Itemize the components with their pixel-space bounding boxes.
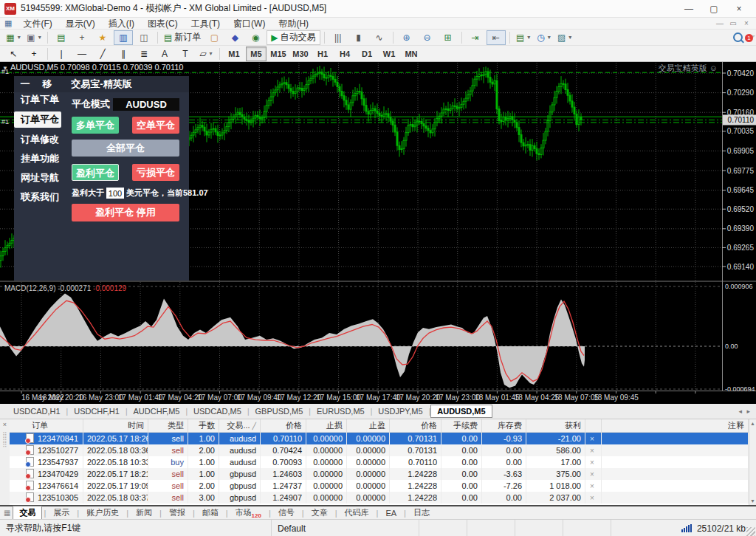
column-header[interactable]: 类型 [148, 419, 188, 432]
chart-shift-button[interactable]: ⇤ [487, 30, 506, 45]
order-row[interactable]: 1234708412022.05.17 18:26:48sell1.00audu… [10, 433, 749, 444]
shapes-button[interactable]: ▱▾ [196, 47, 216, 61]
menu-window[interactable]: 窗口(W) [227, 18, 272, 30]
terminal-toggle-button[interactable]: ▥ [114, 30, 133, 45]
panel-menu-close-order[interactable]: 订单平仓 [14, 111, 61, 128]
timeframe-h4-button[interactable]: H4 [334, 47, 355, 61]
close-long-button[interactable]: 多单平仓 [72, 117, 119, 134]
vertical-line-button[interactable]: | [52, 47, 71, 61]
trade-assistant-panel[interactable]: 交易宝-精英版 一 移 订单下单 订单平仓 订单修改 挂单功能 网址导航 联系我… [14, 76, 189, 281]
close-mode-symbol-field[interactable]: AUDUSD [113, 98, 179, 111]
chart-area[interactable]: 0.704200.702900.701600.700350.699050.697… [0, 62, 756, 404]
new-chart-button[interactable]: ▦▾ [4, 30, 23, 45]
timeframe-m30-button[interactable]: M30 [290, 47, 311, 61]
timeframe-mn-button[interactable]: MN [401, 47, 422, 61]
panel-menu-modify-order[interactable]: 订单修改 [14, 132, 70, 147]
profit-threshold-input[interactable] [106, 188, 124, 199]
history-center-button[interactable]: ▢ [205, 30, 224, 45]
order-row[interactable]: 1234766142022.05.17 19:09:58sell2.00gbpu… [10, 480, 749, 492]
chart-tab-usdcad-h1[interactable]: USDCAD,H1 [7, 405, 66, 417]
window-maximize-button[interactable]: ▢ [701, 1, 726, 17]
window-minimize-button[interactable]: — [676, 1, 701, 17]
trendline-button[interactable]: ╱ [93, 47, 112, 61]
periods-button[interactable]: ◷▾ [535, 30, 554, 45]
column-header[interactable]: 止损 [306, 419, 347, 432]
timeframe-m1-button[interactable]: M1 [224, 47, 244, 61]
orders-scrollbar[interactable]: ▲ ▼ [749, 419, 756, 505]
close-order-button[interactable]: × [585, 447, 594, 455]
candlestick-mode-button[interactable]: ▮ [349, 30, 368, 45]
zoom-out-button[interactable]: ⊖ [418, 30, 437, 45]
timeframe-m5-button[interactable]: M5 [246, 47, 267, 61]
column-header[interactable]: 价格 [261, 419, 306, 432]
close-short-button[interactable]: 空单平仓 [132, 117, 179, 134]
column-header[interactable]: 订单 [10, 419, 83, 432]
column-header[interactable]: 交易...╱ [219, 419, 261, 432]
chart-close-button[interactable]: × [740, 19, 753, 27]
timeframe-d1-button[interactable]: D1 [357, 47, 377, 61]
metaeditor-button[interactable]: ◆ [225, 30, 244, 45]
chart-minimize-button[interactable]: — [713, 19, 726, 27]
terminal-tab-5[interactable]: 邮箱 [196, 506, 224, 519]
status-profile-selector[interactable]: Default [272, 520, 419, 536]
terminal-tab-7[interactable]: 信号 [272, 506, 300, 519]
window-close-button[interactable]: × [726, 1, 752, 17]
menu-file[interactable]: 文件(F) [16, 18, 58, 30]
chart-restore-button[interactable]: ▭ [726, 19, 740, 27]
terminal-tab-8[interactable]: 文章 [306, 506, 334, 519]
close-order-button[interactable]: × [585, 494, 594, 502]
menu-tools[interactable]: 工具(T) [185, 18, 227, 30]
equidistant-channel-button[interactable]: ∥ [114, 47, 133, 61]
strategy-tester-button[interactable]: ◫ [134, 30, 154, 45]
timeframe-m15-button[interactable]: M15 [268, 47, 289, 61]
chart-tab-usdchf-h1[interactable]: USDCHF,H1 [68, 405, 126, 417]
order-row[interactable]: 1235103052022.05.18 03:37:11sell3.00gbpu… [10, 492, 749, 504]
menu-insert[interactable]: 插入(I) [102, 18, 141, 30]
timeframe-h1-button[interactable]: H1 [312, 47, 333, 61]
chart-tab-eurusd-m5[interactable]: EURUSD,M5 [311, 405, 371, 417]
close-order-button[interactable]: × [585, 435, 594, 443]
terminal-tab-1[interactable]: 展示 [47, 506, 75, 519]
horizontal-line-button[interactable]: — [72, 47, 92, 61]
panel-minimize-button[interactable]: 一 [14, 78, 36, 91]
terminal-tab-11[interactable]: 日志 [408, 506, 436, 519]
panel-menu-pending-order[interactable]: 挂单功能 [14, 151, 70, 166]
panel-header[interactable]: 交易宝-精英版 一 移 [14, 76, 189, 92]
templates-button[interactable]: ▨▾ [555, 30, 574, 45]
column-header[interactable]: 库存费 [482, 419, 526, 432]
text-label-button[interactable]: T [176, 47, 195, 61]
order-row[interactable]: 1234704292022.05.17 18:21:39sell1.00gbpu… [10, 468, 749, 480]
fibonacci-button[interactable]: ≣ [134, 47, 154, 61]
toolbox-close-icon[interactable]: × [0, 419, 10, 428]
column-header[interactable]: 止盈 [347, 419, 390, 432]
terminal-tab-0[interactable]: 交易 [13, 506, 42, 520]
profit-close-toggle-button[interactable]: 盈利平仓 停用 [72, 204, 179, 221]
scroll-down-icon[interactable]: ▼ [750, 498, 755, 504]
text-button[interactable]: A [155, 47, 174, 61]
timeframe-w1-button[interactable]: W1 [379, 47, 399, 61]
toolbox-drag-handle[interactable]: ⠿⠿⠿ [0, 433, 10, 448]
resize-grip[interactable] [746, 527, 755, 536]
terminal-tab-9[interactable]: 代码库 [339, 506, 375, 519]
menu-charts[interactable]: 图表(C) [141, 18, 185, 30]
chart-tab-usdjpy-m5[interactable]: USDJPY,M5 [372, 405, 428, 417]
close-all-button[interactable]: 全部平仓 [72, 140, 179, 157]
chart-tab-audchf-m5[interactable]: AUDCHF,M5 [128, 405, 186, 417]
close-profit-button[interactable]: 盈利平仓 [72, 164, 119, 181]
terminal-tab-6[interactable]: 市场120 [230, 506, 267, 520]
data-window-button[interactable]: + [72, 30, 92, 45]
close-order-button[interactable]: × [585, 458, 594, 467]
terminal-tab-ea[interactable]: EA [379, 508, 402, 518]
column-header[interactable]: 手续费 [441, 419, 482, 432]
close-order-button[interactable]: × [585, 482, 594, 490]
tile-windows-button[interactable]: ⊞ [439, 30, 458, 45]
terminal-tab-3[interactable]: 新闻 [130, 506, 158, 519]
terminal-tab-4[interactable]: 警报 [163, 506, 191, 519]
column-header-comment[interactable]: 注释 [602, 419, 749, 432]
column-header[interactable]: 价格 [390, 419, 441, 432]
terminal-tab-2[interactable]: 账户历史 [80, 506, 125, 519]
navigator-button[interactable]: ★ [93, 30, 112, 45]
scroll-up-icon[interactable]: ▲ [750, 421, 755, 426]
column-header[interactable]: 时间 [83, 419, 148, 432]
web-community-button[interactable]: ◉ [246, 30, 265, 45]
